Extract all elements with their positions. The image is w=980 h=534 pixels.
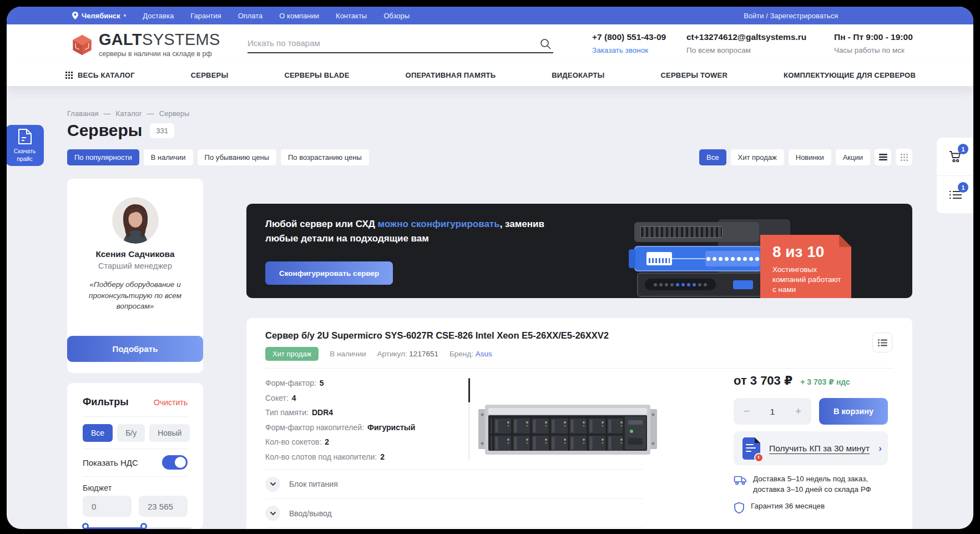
filters-title: Фильтры	[83, 396, 129, 408]
quick-chip-all[interactable]: Все	[699, 149, 726, 165]
banner-text: Любой сервер или СХД можно сконфигуриров…	[265, 217, 568, 246]
breadcrumb-home[interactable]: Главаная	[67, 109, 99, 118]
spec-label: Тип памяти:	[265, 408, 309, 417]
banner-configure-link[interactable]: можно сконфигурировать	[378, 219, 500, 229]
cart-button[interactable]: 1	[937, 138, 973, 175]
brand-link[interactable]: Asus	[476, 350, 492, 358]
nav-ram[interactable]: ОПЕРАТИВНАЯ ПАМЯТЬ	[406, 71, 496, 79]
topbar-link-contacts[interactable]: Контакты	[336, 12, 367, 20]
budget-min-input[interactable]	[83, 496, 132, 517]
brand-bold: GALT	[99, 31, 142, 48]
nav-label: СЕРВЕРЫ TOWER	[661, 71, 728, 79]
spec-row: Кол-во сокетов:2	[265, 435, 415, 450]
topbar-link-delivery[interactable]: Доставка	[143, 12, 174, 20]
nav-catalog[interactable]: ВЕСЬ КАТАЛОГ	[65, 71, 135, 79]
stat-number: 8 из 10	[772, 243, 851, 261]
grid-icon	[65, 72, 73, 79]
download-price-label: Скачать прайс	[7, 148, 44, 162]
chevron-down-icon	[265, 477, 280, 492]
vat-toggle[interactable]	[162, 455, 188, 470]
price: от 3 703 ₽	[734, 374, 792, 388]
nav-servers-blade[interactable]: СЕРВЕРЫ BLADE	[284, 71, 349, 79]
qty-minus-button[interactable]: −	[744, 405, 750, 417]
budget-max-input[interactable]	[139, 496, 188, 517]
nav-components[interactable]: КОМПЛЕКТУЮЩИЕ ДЛЯ СЕРВЕРОВ	[784, 71, 916, 79]
logo[interactable]: GALTSYSTEMS серверы в наличии на складе …	[71, 32, 220, 58]
slider-handle-min[interactable]	[82, 523, 89, 529]
quick-chip-hits[interactable]: Хит продаж	[731, 149, 784, 165]
sort-chip-instock[interactable]: В наличии	[144, 149, 193, 165]
condition-chip-all[interactable]: Все	[83, 424, 113, 442]
phone-block: +7 (800) 551-43-09 Заказать звонок	[592, 32, 666, 54]
manager-name: Ксения Садчикова	[67, 249, 203, 259]
section-io[interactable]: Ввод/вывод	[265, 498, 644, 528]
product-title[interactable]: Сервер б/у 2U Supermicro SYS-6027R CSE-8…	[265, 330, 609, 341]
manager-quote: «Подберу оборудование и проконсультирую …	[77, 279, 193, 312]
search-icon[interactable]	[539, 37, 552, 53]
spec-row: Форм-фактор:5	[265, 376, 415, 391]
breadcrumb-catalog[interactable]: Каталог	[116, 109, 142, 118]
hit-badge: Хит продаж	[265, 347, 319, 361]
qty-plus-button[interactable]: +	[795, 405, 801, 417]
email-address[interactable]: ct+13274612@galtsystems.ru	[686, 32, 806, 42]
city-selector[interactable]: Челябинск ▾	[72, 12, 126, 20]
product-specs-view-button[interactable]	[872, 333, 892, 352]
chips-row: По популярности В наличии По убыванию це…	[67, 149, 912, 165]
topbar-link-payment[interactable]: Оплата	[238, 12, 263, 20]
get-kp-button[interactable]: Получить КП за 30 минут ›	[734, 431, 888, 465]
spec-row: Тип памяти:DDR4	[265, 405, 415, 420]
collapsible-sections: Блок питания Ввод/вывод	[265, 469, 644, 528]
download-price-button[interactable]: Скачать прайс	[7, 125, 44, 166]
nav-servers[interactable]: СЕРВЕРЫ	[191, 71, 229, 79]
brand-light: SYSTEMS	[142, 31, 220, 48]
spec-row: Сокет:4	[265, 391, 415, 406]
login-register-link[interactable]: Войти / Зарегестрироваться	[744, 12, 838, 20]
clear-filters-link[interactable]: Очистить	[154, 398, 188, 407]
select-equipment-button[interactable]: Подобрать	[67, 336, 203, 362]
slider-handle-max[interactable]	[140, 523, 147, 529]
cart-count-badge: 1	[958, 144, 968, 154]
main-nav: ВЕСЬ КАТАЛОГ СЕРВЕРЫ СЕРВЕРЫ BLADE ОПЕРА…	[7, 64, 973, 86]
spec-scrollbar[interactable]	[468, 378, 470, 460]
phone-number[interactable]: +7 (800) 551-43-09	[592, 32, 666, 42]
nav-label: КОМПЛЕКТУЮЩИЕ ДЛЯ СЕРВЕРОВ	[784, 71, 916, 79]
request-call-link[interactable]: Заказать звонок	[592, 46, 666, 54]
quick-chip-new[interactable]: Новинки	[789, 149, 831, 165]
view-list-button[interactable]	[875, 149, 891, 165]
compare-button[interactable]: 1	[937, 175, 973, 213]
topbar-link-reviews[interactable]: Обзоры	[383, 12, 410, 20]
nav-gpu[interactable]: ВИДЕОКАРТЫ	[552, 71, 604, 79]
product-image[interactable]	[475, 384, 660, 473]
search-input[interactable]	[247, 34, 528, 52]
quick-chip-sale[interactable]: Акции	[836, 149, 870, 165]
condition-chip-used[interactable]: Б/у	[117, 424, 145, 442]
breadcrumb-current: Серверы	[159, 109, 189, 118]
vat-label: Показать НДС	[83, 458, 138, 467]
condition-chip-new[interactable]: Новый	[149, 424, 190, 442]
topbar-link-about[interactable]: О компании	[279, 12, 319, 20]
sort-chip-popularity[interactable]: По популярности	[67, 149, 139, 165]
sort-chip-price-desc[interactable]: По убыванию цены	[198, 149, 276, 165]
warranty-info: Гарантия 36 месяцев	[734, 501, 825, 517]
add-to-cart-button[interactable]: В корзину	[819, 398, 888, 425]
configure-server-button[interactable]: Сконфигурировать сервер	[265, 261, 393, 285]
brand: Бренд: Asus	[449, 350, 492, 358]
sort-chip-price-asc[interactable]: По возрастанию цены	[281, 149, 369, 165]
spec-value: Фигуристый	[367, 423, 415, 432]
budget-label: Бюджет	[83, 483, 112, 492]
spec-list: Форм-фактор:5 Сокет:4 Тип памяти:DDR4 Фо…	[265, 376, 415, 464]
topbar-link-warranty[interactable]: Гарантия	[190, 12, 221, 20]
product-card: Сервер б/у 2U Supermicro SYS-6027R CSE-8…	[246, 318, 912, 529]
email-caption: По всем вопросам	[686, 46, 806, 54]
caret-down-icon: ▾	[124, 13, 127, 18]
condition-chips: Все Б/у Новый	[83, 424, 190, 442]
chevron-right-icon: ›	[878, 443, 882, 454]
stat-text: Хостинговых компаний работают с нами	[772, 265, 843, 294]
section-label: Блок питания	[289, 480, 338, 488]
location-pin-icon	[72, 12, 78, 19]
truck-icon	[734, 475, 747, 495]
view-grid-button[interactable]	[896, 149, 912, 165]
server-illustration-bottom	[637, 273, 762, 297]
nav-servers-tower[interactable]: СЕРВЕРЫ TOWER	[661, 71, 728, 79]
stat-badge: 8 из 10 Хостинговых компаний работают с …	[760, 235, 851, 298]
